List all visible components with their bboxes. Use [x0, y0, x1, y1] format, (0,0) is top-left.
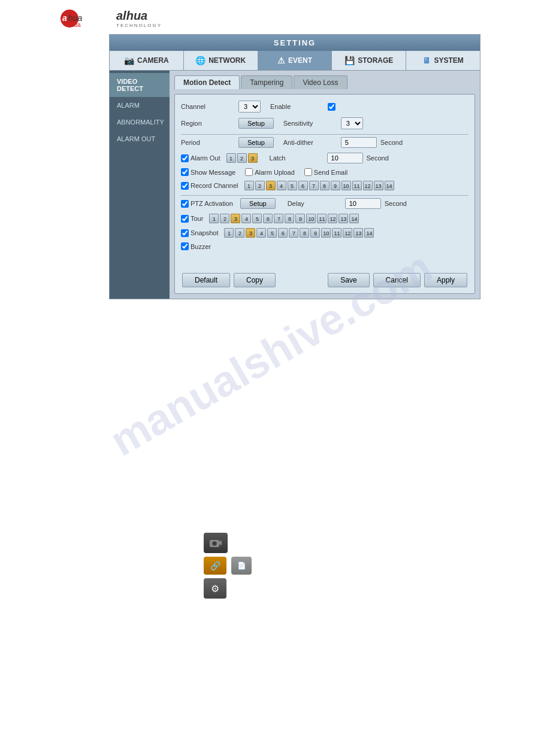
alarm-out-channels: 1 2 3: [226, 153, 258, 163]
tour-ch-9[interactable]: 9: [295, 214, 305, 223]
bottom-icons-area: 🔗 📄 ⚙: [204, 533, 252, 599]
latch-label: Latch: [270, 154, 324, 162]
tour-row: Tour 1 2 3 4 5 6 7 8 9 10: [181, 214, 468, 223]
latch-input[interactable]: [327, 153, 363, 163]
alarm-ch-2[interactable]: 2: [237, 153, 247, 163]
tour-checkbox[interactable]: [181, 215, 189, 223]
alarm-ch-3[interactable]: 3: [248, 153, 258, 163]
sidebar-item-video-detect[interactable]: VIDEO DETECT: [110, 73, 170, 97]
snap-ch-13[interactable]: 13: [353, 228, 363, 238]
buzzer-row: Buzzer: [181, 242, 468, 250]
rec-ch-7[interactable]: 7: [309, 181, 319, 190]
rec-ch-14[interactable]: 14: [385, 181, 394, 190]
rec-ch-11[interactable]: 11: [352, 181, 362, 190]
snap-ch-1[interactable]: 1: [224, 228, 234, 238]
tab-video-loss[interactable]: Video Loss: [294, 75, 347, 89]
rec-ch-1[interactable]: 1: [244, 181, 254, 190]
tour-ch-10[interactable]: 10: [306, 214, 316, 223]
snap-ch-9[interactable]: 9: [310, 228, 320, 238]
anti-dither-input[interactable]: [341, 137, 377, 148]
snap-ch-6[interactable]: 6: [278, 228, 288, 238]
ptz-activation-checkbox[interactable]: [181, 200, 189, 208]
snap-ch-14[interactable]: 14: [364, 228, 374, 238]
nav-storage[interactable]: 💾 STORAGE: [332, 51, 406, 70]
alarm-out-checkbox[interactable]: [181, 154, 189, 162]
nav-event[interactable]: ⚠ EVENT: [258, 51, 333, 70]
tour-ch-12[interactable]: 12: [328, 214, 337, 223]
system-icon: 🖥: [422, 56, 431, 65]
rec-ch-9[interactable]: 9: [331, 181, 340, 190]
snap-ch-11[interactable]: 11: [332, 228, 341, 238]
delay-label: Delay: [288, 200, 341, 207]
save-button[interactable]: Save: [328, 273, 369, 287]
delay-input[interactable]: [345, 198, 381, 209]
logo: a hua hua alhua TECHNOLOGY: [60, 9, 523, 28]
nav-camera[interactable]: 📷 CAMERA: [110, 51, 184, 70]
cancel-button[interactable]: Cancel: [373, 273, 421, 287]
rec-ch-5[interactable]: 5: [288, 181, 297, 190]
tour-ch-4[interactable]: 4: [241, 214, 251, 223]
rec-ch-13[interactable]: 13: [374, 181, 383, 190]
rec-ch-4[interactable]: 4: [277, 181, 286, 190]
buzzer-checkbox[interactable]: [181, 242, 189, 250]
svg-marker-7: [219, 541, 222, 545]
enable-checkbox[interactable]: [328, 103, 335, 111]
snap-ch-7[interactable]: 7: [289, 228, 298, 238]
sidebar-item-alarm[interactable]: ALARM: [110, 97, 170, 114]
snapshot-checkbox[interactable]: [181, 229, 189, 237]
sidebar-item-alarm-out[interactable]: ALARM OUT: [110, 130, 170, 147]
channel-select[interactable]: 3: [238, 101, 261, 113]
message-row: Show Message Alarm Upload Send Email: [181, 168, 468, 176]
record-channel-checkbox[interactable]: [181, 182, 189, 190]
logo-svg: a hua hua: [60, 9, 114, 28]
logo-text: alhua: [116, 9, 147, 22]
snap-ch-10[interactable]: 10: [321, 228, 331, 238]
camera-small-icon: [209, 538, 222, 548]
apply-button[interactable]: Apply: [424, 273, 467, 287]
tour-label: Tour: [181, 215, 203, 223]
tour-ch-14[interactable]: 14: [349, 214, 359, 223]
snap-ch-3[interactable]: 3: [246, 228, 255, 238]
form-panel: Channel 3 Enable Region Setup Sensitivit…: [174, 94, 475, 294]
tab-tampering[interactable]: Tampering: [241, 75, 292, 89]
alarm-ch-1[interactable]: 1: [226, 153, 236, 163]
send-email-checkbox[interactable]: [304, 168, 312, 176]
rec-ch-8[interactable]: 8: [320, 181, 330, 190]
copy-button[interactable]: Copy: [234, 273, 276, 287]
show-message-checkbox[interactable]: [181, 168, 189, 176]
tour-ch-3[interactable]: 3: [231, 214, 240, 223]
rec-ch-12[interactable]: 12: [363, 181, 373, 190]
snap-ch-12[interactable]: 12: [343, 228, 352, 238]
sidebar-item-abnormality[interactable]: ABNORMALITY: [110, 114, 170, 130]
default-button[interactable]: Default: [182, 273, 230, 287]
tour-ch-7[interactable]: 7: [274, 214, 283, 223]
rec-ch-6[interactable]: 6: [298, 181, 308, 190]
nav-network[interactable]: 🌐 NETWORK: [184, 51, 258, 70]
channel-row: Channel 3 Enable: [181, 101, 468, 113]
tour-ch-1[interactable]: 1: [209, 214, 219, 223]
camera-icon: 📷: [124, 56, 134, 65]
record-channel-label: Record Channel: [181, 182, 238, 190]
rec-ch-3[interactable]: 3: [266, 181, 276, 190]
snap-ch-5[interactable]: 5: [267, 228, 277, 238]
tour-ch-11[interactable]: 11: [317, 214, 327, 223]
snap-ch-8[interactable]: 8: [300, 228, 309, 238]
sensitivity-select[interactable]: 3: [341, 117, 363, 129]
tour-ch-2[interactable]: 2: [220, 214, 229, 223]
ptz-setup-button[interactable]: Setup: [240, 198, 276, 209]
snap-ch-4[interactable]: 4: [256, 228, 266, 238]
tour-ch-5[interactable]: 5: [252, 214, 262, 223]
rec-ch-10[interactable]: 10: [341, 181, 351, 190]
tab-motion-detect[interactable]: Motion Detect: [174, 75, 240, 89]
tour-ch-13[interactable]: 13: [338, 214, 348, 223]
nav-system[interactable]: 🖥 SYSTEM: [406, 51, 480, 70]
alarm-upload-checkbox[interactable]: [245, 168, 253, 176]
sensitivity-label: Sensitivity: [283, 120, 337, 127]
rec-ch-2[interactable]: 2: [255, 181, 265, 190]
region-setup-button[interactable]: Setup: [238, 118, 274, 129]
tour-ch-8[interactable]: 8: [285, 214, 294, 223]
logo-sub: TECHNOLOGY: [116, 23, 162, 28]
period-setup-button[interactable]: Setup: [238, 137, 274, 148]
snap-ch-2[interactable]: 2: [235, 228, 244, 238]
tour-ch-6[interactable]: 6: [263, 214, 273, 223]
